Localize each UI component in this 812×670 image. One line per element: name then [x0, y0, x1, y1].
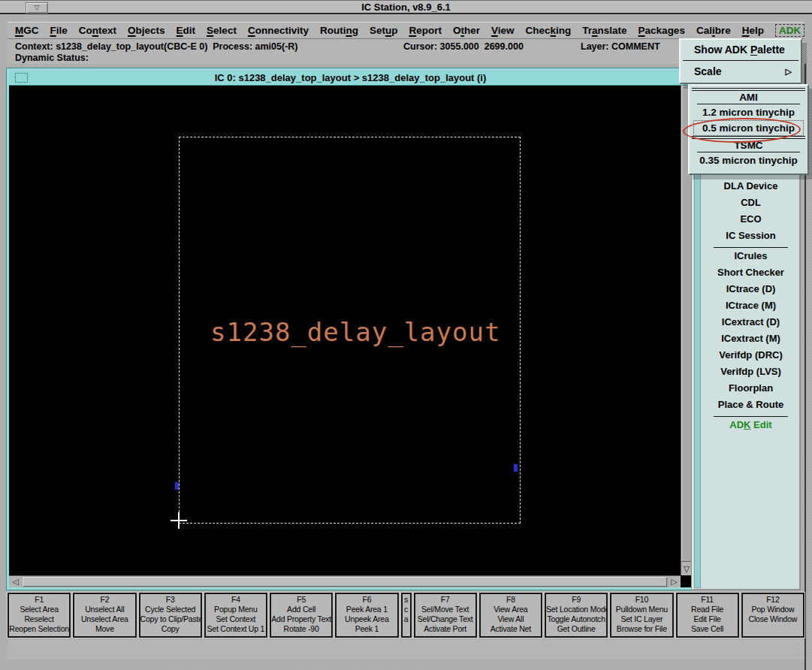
fkey-line: Pulldown Menu: [611, 605, 672, 614]
menu-file[interactable]: File: [50, 25, 68, 36]
palette-item-short-checker[interactable]: Short Checker: [703, 264, 798, 281]
horizontal-scroll-thumb[interactable]: [23, 577, 667, 587]
fkey-line: Copy: [140, 624, 201, 634]
menu-objects[interactable]: Objects: [128, 25, 165, 36]
fkey-line: Copy to Clip/Paste: [140, 614, 201, 624]
layout-viewport-window: IC 0: s1238_delay_top_layout > s1238_del…: [6, 68, 695, 590]
palette-item-icextract-m[interactable]: ICextract (M): [703, 330, 798, 347]
menuitem-scale-label: Scale: [694, 65, 722, 77]
menu-setup[interactable]: Setup: [370, 25, 398, 36]
crosshair-cursor: [171, 512, 187, 529]
fkey-f2[interactable]: F2 Unselect All Unselect Area Move: [73, 593, 136, 638]
fkey-label: F11: [678, 595, 738, 605]
menu-select[interactable]: Select: [207, 25, 237, 36]
viewport-titlebar[interactable]: IC 0: s1238_delay_top_layout > s1238_del…: [9, 71, 692, 86]
fkey-f9[interactable]: F9 Set Location Mode Toggle Autonotch Ge…: [545, 593, 608, 638]
fkey-label: F1: [9, 595, 69, 605]
context-readout: Context: s1238_delay_top_layout(CBC-E 0)…: [15, 41, 298, 52]
fkey-line: Sel/Move Text: [415, 605, 475, 614]
fkey-line: a: [403, 614, 410, 624]
submenu-item-0-5-micron[interactable]: 0.5 micron tinychip: [693, 120, 804, 136]
fkey-f4[interactable]: F4 Popup Menu Set Context Set Context Up…: [204, 593, 267, 638]
menu-connectivity[interactable]: Connectivity: [248, 25, 309, 36]
submenu-item-1-2-micron[interactable]: 1.2 micron tinychip: [690, 104, 807, 120]
viewport-window-menu-icon[interactable]: [15, 73, 28, 83]
menu-other[interactable]: Other: [453, 25, 480, 36]
palette-item-verifdp-lvs[interactable]: Verifdp (LVS): [703, 364, 798, 380]
palette-item-floorplan[interactable]: Floorplan: [703, 380, 798, 397]
scroll-left-icon[interactable]: ◁: [9, 576, 22, 587]
menu-translate[interactable]: Translate: [582, 25, 626, 36]
layer-readout: Layer: COMMENT: [581, 41, 660, 52]
menu-mgc[interactable]: MGC: [15, 25, 39, 36]
fkey-label: F5: [271, 595, 331, 605]
fkey-line: Close Window: [743, 614, 803, 624]
fkey-line: View All: [481, 614, 541, 624]
menu-adk[interactable]: ADK: [775, 24, 804, 37]
fkey-f12[interactable]: F12 Pop Window Close Window: [741, 593, 804, 638]
palette-item-place-route[interactable]: Place & Route: [703, 397, 798, 413]
palette-item-icextract-d[interactable]: ICextract (D): [703, 314, 798, 330]
fkey-line: Activate Port: [415, 624, 475, 634]
fkey-f10[interactable]: F10 Pulldown Menu Set IC Layer Browse fo…: [610, 593, 673, 638]
palette-item-ictrace-m[interactable]: ICtrace (M): [703, 297, 798, 314]
fkey-line: Peek 1: [337, 624, 397, 634]
fkey-line: Pop Window: [743, 605, 803, 614]
fkey-line: Select Area: [9, 605, 69, 614]
submenu-item-0-35-micron[interactable]: 0.35 micron tinychip: [690, 152, 807, 168]
fkey-line: Reopen Selection: [9, 624, 69, 634]
fkey-line: Unselect All: [74, 605, 134, 614]
menu-packages[interactable]: Packages: [638, 25, 685, 36]
layout-canvas[interactable]: s1238_delay_layout ▽ ◁ ▷: [9, 86, 692, 587]
fkey-line: Toggle Autonotch: [546, 614, 606, 624]
fkey-line: Peek Area 1: [337, 605, 397, 614]
fkey-label: F3: [140, 595, 201, 605]
fkey-f11[interactable]: F11 Read File Edit File Save Cell: [676, 593, 739, 638]
fkey-label: F9: [546, 595, 606, 605]
menu-edit[interactable]: Edit: [177, 25, 196, 36]
fkey-f5[interactable]: F5 Add Cell Add Property Text Rotate -90: [270, 593, 333, 638]
fkey-f6[interactable]: F6 Peek Area 1 Unpeek Area Peek 1: [335, 593, 398, 638]
fkey-line: Set Location Mode: [546, 605, 606, 614]
menu-view[interactable]: View: [491, 25, 515, 36]
menu-calibre[interactable]: Calibre: [696, 25, 731, 36]
fkey-label: F6: [337, 595, 397, 605]
fkey-line: Read File: [678, 605, 738, 614]
fkey-f8[interactable]: F8 View Area View All Activate Net: [479, 593, 542, 638]
palette-item-cdl[interactable]: CDL: [703, 195, 798, 211]
cell-name-text[interactable]: s1238_delay_layout: [210, 317, 500, 347]
fkey-line: View Area: [481, 605, 541, 614]
menuitem-show-adk-palette[interactable]: Show ADK Palette: [681, 40, 801, 59]
palette-item-adk-edit[interactable]: ADK Edit: [703, 417, 798, 433]
status-strip: [8, 640, 804, 659]
fkey-line: Set IC Layer: [611, 614, 672, 624]
fkey-clipped[interactable]: s c a: [401, 593, 412, 638]
window-titlebar[interactable]: ▽ IC Station, v8.9_6.1: [0, 0, 812, 14]
palette-item-ic-session[interactable]: IC Session: [703, 228, 798, 244]
window-title: IC Station, v8.9_6.1: [0, 2, 812, 13]
palette-item-icrules[interactable]: ICrules: [703, 248, 798, 264]
fkey-line: c: [403, 605, 410, 614]
fkey-line: Add Cell: [271, 605, 331, 614]
fkey-line: Unpeek Area: [337, 614, 397, 624]
cursor-readout: Cursor: 3055.000 2699.000: [403, 41, 524, 52]
fkey-line: Reselect: [9, 614, 69, 624]
palette-item-dla-device[interactable]: DLA Device: [703, 178, 798, 195]
canvas-horizontal-scrollbar[interactable]: ◁ ▷: [9, 575, 681, 587]
fkey-f3[interactable]: F3 Cycle Selected Copy to Clip/Paste Cop…: [139, 593, 202, 638]
fkey-line: Browse for File: [611, 624, 672, 634]
palette-item-ictrace-d[interactable]: ICtrace (D): [703, 281, 798, 297]
menu-help[interactable]: Help: [742, 25, 764, 36]
menu-report[interactable]: Report: [409, 25, 442, 36]
menu-context[interactable]: Context: [79, 25, 116, 36]
menuitem-scale[interactable]: Scale ▷: [681, 62, 801, 81]
scroll-down-icon[interactable]: ▽: [681, 561, 692, 575]
scroll-right-icon[interactable]: ▷: [668, 576, 681, 587]
fkey-f7[interactable]: F7 Sel/Move Text Sel/Change Text Activat…: [414, 593, 477, 638]
menu-checking[interactable]: Checking: [525, 25, 571, 36]
palette-item-verifdp-drc[interactable]: Verifdp (DRC): [703, 347, 798, 364]
palette-item-eco[interactable]: ECO: [703, 211, 798, 228]
menu-routing[interactable]: Routing: [320, 25, 358, 36]
fkey-label: F8: [481, 595, 541, 605]
fkey-f1[interactable]: F1 Select Area Reselect Reopen Selection: [8, 593, 71, 638]
